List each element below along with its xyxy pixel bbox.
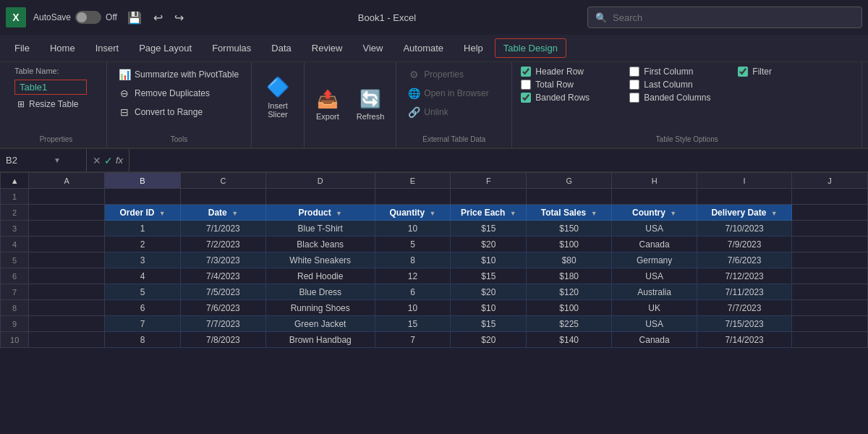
cell-J2[interactable]	[792, 205, 868, 221]
cell-D1[interactable]	[265, 189, 375, 205]
header-price[interactable]: Price Each ▼	[451, 205, 527, 221]
cell-J4[interactable]	[792, 237, 868, 252]
cell-price-4[interactable]: $15	[451, 268, 527, 284]
cell-price-8[interactable]: $20	[451, 332, 527, 348]
cell-J6[interactable]	[792, 268, 868, 284]
cell-delivery-6[interactable]: 7/7/2023	[697, 300, 792, 316]
cell-qty-6[interactable]: 10	[375, 300, 451, 316]
table-name-input[interactable]	[14, 80, 87, 95]
header-product[interactable]: Product ▼	[265, 205, 375, 221]
menu-data[interactable]: Data	[263, 38, 299, 58]
cell-A7[interactable]	[29, 284, 105, 300]
menu-insert[interactable]: Insert	[87, 38, 128, 58]
cell-product-2[interactable]: Black Jeans	[265, 237, 375, 252]
menu-page-layout[interactable]: Page Layout	[130, 38, 200, 58]
cell-product-8[interactable]: Brown Handbag	[265, 332, 375, 348]
cell-delivery-3[interactable]: 7/6/2023	[697, 252, 792, 268]
cell-product-1[interactable]: Blue T-Shirt	[265, 221, 375, 237]
cell-price-2[interactable]: $20	[451, 237, 527, 252]
search-bar[interactable]: 🔍	[587, 7, 862, 28]
cell-J1[interactable]	[792, 189, 868, 205]
save-icon[interactable]: 💾	[124, 9, 145, 26]
cell-price-7[interactable]: $15	[451, 316, 527, 332]
menu-file[interactable]: File	[6, 38, 38, 58]
col-header-E[interactable]: E	[375, 173, 451, 189]
cell-country-5[interactable]: Australia	[612, 284, 697, 300]
cell-product-5[interactable]: Blue Dress	[265, 284, 375, 300]
first-column-input[interactable]	[629, 67, 639, 77]
col-header-C[interactable]: C	[180, 173, 265, 189]
summarize-pivot-button[interactable]: 📊 Summarize with PivotTable	[116, 67, 242, 82]
cell-J3[interactable]	[792, 221, 868, 237]
formula-input[interactable]	[138, 155, 859, 166]
cell-country-1[interactable]: USA	[612, 221, 697, 237]
cell-qty-8[interactable]: 7	[375, 332, 451, 348]
cell-A10[interactable]	[29, 332, 105, 348]
cell-date-1[interactable]: 7/1/2023	[180, 221, 265, 237]
cell-country-4[interactable]: USA	[612, 268, 697, 284]
menu-view[interactable]: View	[354, 38, 391, 58]
cell-delivery-7[interactable]: 7/15/2023	[697, 316, 792, 332]
cell-date-5[interactable]: 7/5/2023	[180, 284, 265, 300]
resize-table-button[interactable]: ⊞ Resize Table	[14, 98, 98, 111]
cell-J5[interactable]	[792, 252, 868, 268]
col-header-H[interactable]: H	[612, 173, 697, 189]
cell-G1[interactable]	[527, 189, 612, 205]
cell-J10[interactable]	[792, 332, 868, 348]
header-date[interactable]: Date ▼	[180, 205, 265, 221]
header-row-checkbox[interactable]: Header Row	[521, 67, 615, 77]
cell-qty-7[interactable]: 15	[375, 316, 451, 332]
cell-A5[interactable]	[29, 252, 105, 268]
cell-total-1[interactable]: $150	[527, 221, 612, 237]
cell-A4[interactable]	[29, 237, 105, 252]
menu-help[interactable]: Help	[455, 38, 492, 58]
cell-qty-5[interactable]: 6	[375, 284, 451, 300]
remove-duplicates-button[interactable]: ⊖ Remove Duplicates	[116, 85, 242, 101]
header-delivery[interactable]: Delivery Date ▼	[697, 205, 792, 221]
menu-home[interactable]: Home	[41, 38, 84, 58]
cell-order-2[interactable]: 2	[105, 237, 181, 252]
cell-date-4[interactable]: 7/4/2023	[180, 268, 265, 284]
header-quantity[interactable]: Quantity ▼	[375, 205, 451, 221]
header-total[interactable]: Total Sales ▼	[527, 205, 612, 221]
header-order-id[interactable]: Order ID ▼	[105, 205, 181, 221]
confirm-formula-icon[interactable]: ✓	[104, 155, 113, 166]
last-column-input[interactable]	[629, 80, 639, 90]
col-header-D[interactable]: D	[265, 173, 375, 189]
redo-icon[interactable]: ↪	[171, 9, 187, 26]
menu-review[interactable]: Review	[303, 38, 352, 58]
refresh-button[interactable]: 🔄 Refresh	[351, 86, 391, 124]
cell-date-8[interactable]: 7/8/2023	[180, 332, 265, 348]
menu-formulas[interactable]: Formulas	[203, 38, 260, 58]
header-country[interactable]: Country ▼	[612, 205, 697, 221]
col-header-I[interactable]: I	[697, 173, 792, 189]
first-column-checkbox[interactable]: First Column	[629, 67, 723, 77]
cell-date-2[interactable]: 7/2/2023	[180, 237, 265, 252]
cell-order-1[interactable]: 1	[105, 221, 181, 237]
cell-delivery-4[interactable]: 7/12/2023	[697, 268, 792, 284]
menu-table-design[interactable]: Table Design	[495, 38, 566, 58]
cell-country-7[interactable]: USA	[612, 316, 697, 332]
banded-columns-input[interactable]	[629, 93, 639, 103]
cell-total-5[interactable]: $120	[527, 284, 612, 300]
cell-B1[interactable]	[105, 189, 181, 205]
cell-delivery-1[interactable]: 7/10/2023	[697, 221, 792, 237]
insert-slicer-button[interactable]: 🔷 InsertSlicer	[260, 73, 295, 122]
cell-C1[interactable]	[180, 189, 265, 205]
cell-A2[interactable]	[29, 205, 105, 221]
cell-order-3[interactable]: 3	[105, 252, 181, 268]
cell-order-6[interactable]: 6	[105, 300, 181, 316]
cell-A6[interactable]	[29, 268, 105, 284]
col-header-A[interactable]: A	[29, 173, 105, 189]
cell-H1[interactable]	[612, 189, 697, 205]
cell-price-3[interactable]: $10	[451, 252, 527, 268]
cell-total-7[interactable]: $225	[527, 316, 612, 332]
cell-date-3[interactable]: 7/3/2023	[180, 252, 265, 268]
autosave-toggle[interactable]	[75, 11, 101, 24]
convert-to-range-button[interactable]: ⊟ Convert to Range	[116, 104, 242, 120]
cell-A1[interactable]	[29, 189, 105, 205]
cell-total-3[interactable]: $80	[527, 252, 612, 268]
cell-country-2[interactable]: Canada	[612, 237, 697, 252]
cell-order-8[interactable]: 8	[105, 332, 181, 348]
search-input[interactable]	[613, 12, 854, 23]
